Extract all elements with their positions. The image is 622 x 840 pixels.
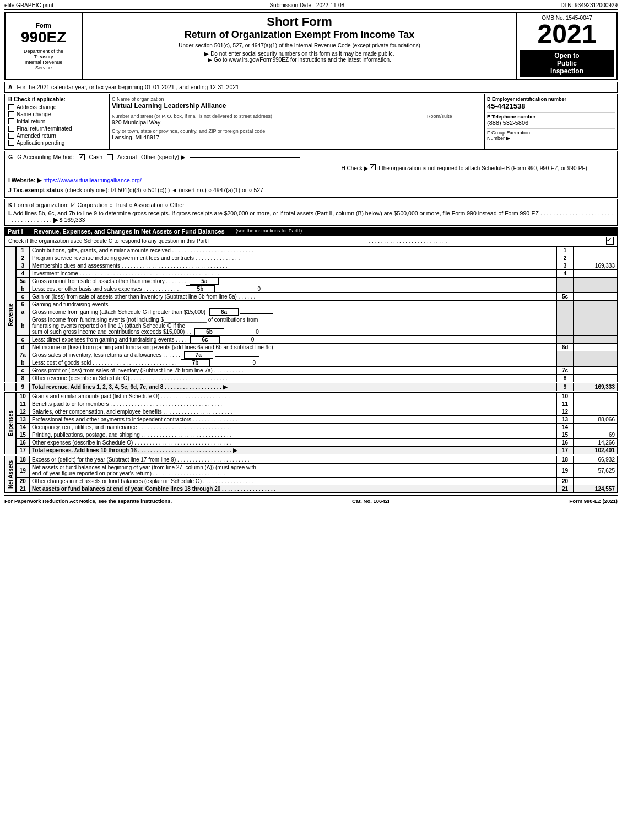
row-val-12	[574, 408, 618, 416]
cat-no: Cat. No. 10642I	[352, 498, 390, 504]
section-a-text: For the 2021 calendar year, or tax year …	[17, 84, 239, 90]
i-row: I Website: ▶ https://www.virtuallearning…	[8, 175, 614, 185]
row-num-1: 1	[16, 247, 30, 254]
ein-value: 45-4421538	[487, 102, 615, 110]
table-row: Revenue 1 Contributions, gifts, grants, …	[5, 247, 618, 254]
j-501c: ○ 501(c)( ) ◄ (insert no.)	[143, 187, 208, 193]
row-num-7a: 7a	[16, 351, 30, 359]
row-label-9: 9	[557, 383, 574, 391]
schedule-o-checkbox[interactable]	[606, 237, 614, 245]
name-label: C Name of organization	[112, 96, 482, 102]
amended-return-checkbox[interactable]	[8, 133, 14, 139]
ghij-section: G G Accounting Method: Cash Accrual Othe…	[4, 151, 618, 198]
revenue-table: Revenue 1 Contributions, gifts, grants, …	[4, 246, 618, 382]
room-col: Room/suite	[427, 113, 482, 126]
cash-label: Cash	[89, 154, 103, 160]
i-label: I Website: ▶	[8, 177, 41, 183]
row-label-6	[557, 301, 574, 308]
row-num-11: 11	[16, 400, 30, 408]
table-row: 12 Salaries, other compensation, and emp…	[5, 408, 618, 416]
row-num-12: 12	[16, 408, 30, 416]
row-desc-7c: Gross profit or (loss) from sales of inv…	[30, 367, 557, 375]
ein-phone-col: D Employer identification number 45-4421…	[485, 94, 617, 149]
accrual-checkbox[interactable]	[107, 154, 113, 160]
row-label-8: 8	[557, 375, 574, 382]
row-num-8: 8	[16, 375, 30, 382]
ein-label: D Employer identification number	[487, 96, 615, 102]
row-num-17: 17	[16, 447, 30, 454]
row-val-9: 169,333	[574, 383, 618, 391]
row-label-14: 14	[557, 424, 574, 431]
row-desc-2: Program service revenue including govern…	[30, 254, 557, 262]
row-num-7c: c	[16, 367, 30, 375]
row-desc-7a: Gross sales of inventory, less returns a…	[30, 351, 557, 359]
row-label-6a	[557, 308, 574, 316]
l-text: Add lines 5b, 6c, and 7b to line 9 to de…	[13, 210, 539, 216]
revenue-side-label: Revenue	[5, 247, 16, 382]
row-label-7b	[557, 359, 574, 367]
return-title: Return of Organization Exempt From Incom…	[85, 29, 514, 41]
h-text: if the organization is not required to a…	[377, 165, 589, 171]
open-public-inspection: Open to Public Inspection	[520, 50, 614, 77]
row-num-6a: a	[16, 308, 30, 316]
table-row: 3 Membership dues and assessments . . . …	[5, 262, 618, 270]
row-label-20: 20	[557, 478, 574, 485]
i-value[interactable]: https://www.virtuallearningalliance.org/	[43, 177, 142, 183]
name-change-label: Name change	[17, 111, 51, 117]
table-row: 13 Professional fees and other payments …	[5, 416, 618, 424]
row-val-21: 124,557	[574, 485, 618, 493]
total-revenue-row: 9 Total revenue. Add lines 1, 2, 3, 4, 5…	[5, 383, 618, 391]
row-desc-21: Net assets or fund balances at end of ye…	[30, 485, 557, 493]
k-row: K Form of organization: ☑ Corporation ○ …	[8, 202, 614, 208]
fgroup-arrow: ▶	[506, 136, 510, 141]
row-label-5c: 5c	[557, 293, 574, 301]
table-row: 14 Occupancy, rent, utilities, and maint…	[5, 424, 618, 431]
row-val-18: 66,932	[574, 456, 618, 464]
row-num-6: 6	[16, 301, 30, 308]
row-desc-17: Total expenses. Add lines 10 through 16 …	[30, 447, 557, 454]
app-pending-checkbox[interactable]	[8, 140, 14, 146]
table-row: 11 Benefits paid to or for members . . .…	[5, 400, 618, 408]
name-change-checkbox[interactable]	[8, 111, 14, 117]
initial-return-checkbox[interactable]	[8, 118, 14, 124]
submission-date: Submission Date - 2022-11-08	[269, 2, 344, 8]
row-desc-16: Other expenses (describe in Schedule O) …	[30, 439, 557, 447]
k-trust: ○ Trust	[109, 202, 129, 208]
expenses-side-label: Expenses	[5, 393, 16, 454]
short-form-title: Short Form	[85, 15, 514, 29]
row-val-4	[574, 270, 618, 278]
footer: For Paperwork Reduction Act Notice, see …	[4, 495, 618, 504]
schedule-o-row: Check if the organization used Schedule …	[4, 236, 618, 246]
h-checkbox[interactable]	[370, 164, 376, 170]
address-change-checkbox[interactable]	[8, 104, 14, 110]
section-a: A For the 2021 calendar year, or tax yea…	[4, 82, 618, 93]
row-val-20	[574, 478, 618, 485]
row-desc-6b: Gross income from fundraising events (no…	[30, 316, 557, 336]
row-desc-12: Salaries, other compensation, and employ…	[30, 408, 557, 416]
l-arrow: ▶ $	[53, 216, 64, 223]
row-val-7b	[574, 359, 618, 367]
sub-text: Under section 501(c), 527, or 4947(a)(1)…	[85, 42, 514, 48]
row-label-13: 13	[557, 416, 574, 424]
row-num-4: 4	[16, 270, 30, 278]
right-header: OMB No. 1545-0047 2021 Open to Public In…	[517, 13, 616, 79]
center-header: Short Form Return of Organization Exempt…	[83, 13, 517, 79]
row-label-19: 19	[557, 464, 574, 478]
row-val-16: 14,266	[574, 439, 618, 447]
phone-value: (888) 532-5806	[487, 120, 615, 126]
g-row: G G Accounting Method: Cash Accrual Othe…	[8, 154, 614, 162]
name-address-col: C Name of organization Virtual Learning …	[110, 94, 485, 149]
cash-checkbox[interactable]	[79, 154, 85, 160]
row-desc-14: Occupancy, rent, utilities, and maintena…	[30, 424, 557, 431]
row-num-5c: c	[16, 293, 30, 301]
row-desc-5b: Less: cost or other basis and sales expe…	[30, 285, 557, 293]
table-row: c Gross profit or (loss) from sales of i…	[5, 367, 618, 375]
final-return-checkbox[interactable]	[8, 126, 14, 132]
row-val-10	[574, 393, 618, 400]
fgroup-label: F Group Exemption	[487, 130, 530, 136]
street-value: 920 Municipal Way	[112, 119, 421, 126]
row-desc-4: Investment income . . . . . . . . . . . …	[30, 270, 557, 278]
city-label: City or town, state or province, country…	[112, 128, 482, 134]
final-return-item: Final return/terminated	[8, 126, 106, 132]
total-net-assets-row: 21 Net assets or fund balances at end of…	[5, 485, 618, 493]
